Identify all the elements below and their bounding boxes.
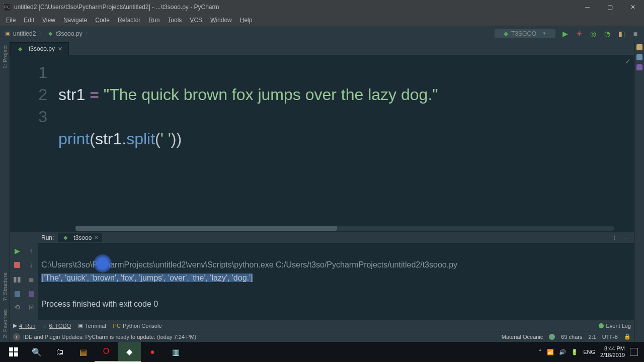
run-hide-icon[interactable]: —	[619, 234, 631, 241]
menu-code[interactable]: Code	[91, 16, 114, 25]
code-editor[interactable]: 123 str1 = "The quick brown fox jumps ov…	[10, 55, 634, 232]
status-encoding[interactable]: UTF-8	[602, 334, 618, 340]
code-area[interactable]: str1 = "The quick brown fox jumps over t…	[55, 55, 634, 232]
run-tool-tab[interactable]: ▶ 4: Run	[13, 322, 35, 329]
menu-view[interactable]: View	[38, 16, 59, 25]
status-chars: 69 chars	[561, 334, 582, 340]
theme-indicator-icon	[549, 334, 555, 340]
notes-icon[interactable]: ▥	[164, 342, 187, 362]
recorder-icon[interactable]: ●	[141, 342, 164, 362]
status-theme[interactable]: Material Oceanic	[502, 334, 543, 340]
search-button[interactable]: 🔍	[25, 342, 48, 362]
windows-taskbar: 🔍 🗂 ▤ O ◆ ● ▥ ˄ 📶 🔊 🔋 ENG 8:44 PM 2/18/2…	[0, 342, 644, 362]
opera-icon[interactable]: O	[95, 342, 118, 362]
volume-icon[interactable]: 🔊	[559, 349, 566, 355]
menu-help[interactable]: Help	[236, 16, 257, 25]
print-button[interactable]: ▦	[27, 289, 36, 298]
status-caret-pos[interactable]: 2:1	[589, 334, 596, 340]
breadcrumb-project[interactable]: ▣ untitled2	[4, 30, 36, 37]
run-tab-label: t3sooo	[73, 234, 92, 241]
menu-refactor[interactable]: Refactor	[114, 16, 144, 25]
attach-button[interactable]: ◧	[617, 29, 626, 38]
pin-button[interactable]: ⟲	[13, 303, 22, 312]
debug-button[interactable]: ☀	[575, 29, 584, 38]
menu-navigate[interactable]: Navigate	[59, 16, 91, 25]
python-console-tool-tab[interactable]: PC Python Console	[113, 323, 162, 329]
tray-chevron-icon[interactable]: ˄	[539, 349, 542, 355]
menu-edit[interactable]: Edit	[20, 16, 38, 25]
language-indicator[interactable]: ENG	[583, 349, 595, 355]
left-tool-stripe: 1: Project 7: Structure 2: Favorites	[0, 41, 10, 342]
sublime-icon[interactable]: ▤	[71, 342, 95, 362]
stop-process-button[interactable]	[13, 260, 22, 269]
chevron-down-icon: ▼	[542, 31, 546, 36]
menu-file[interactable]: File	[2, 16, 20, 25]
scratch-tool-icon[interactable]	[636, 44, 642, 50]
horizontal-scrollbar[interactable]	[75, 226, 614, 231]
database-tool-icon[interactable]	[636, 54, 642, 60]
action-center-icon[interactable]	[630, 348, 638, 356]
svg-rect-2	[9, 352, 13, 356]
status-info-icon[interactable]: i	[13, 333, 20, 340]
console-output[interactable]: C:\Users\t3so\PycharmProjects\untitled2\…	[38, 243, 634, 320]
soft-wrap-button[interactable]: ≣	[27, 275, 36, 284]
window-titlebar: PC untitled2 [C:\Users\t3so\PycharmProje…	[0, 0, 644, 14]
todo-tool-tab[interactable]: ≣ 6: TODO	[42, 322, 71, 329]
run-button[interactable]: ▶	[560, 29, 570, 38]
maximize-button[interactable]: ▢	[599, 0, 621, 14]
layout-button[interactable]: ▤	[13, 289, 22, 298]
run-tool-window: ▶ ▮▮ ▤ ⟲ ↑ ↓ ≣ ▦ ⎘ Run: ◆	[10, 232, 634, 320]
menu-run[interactable]: Run	[144, 16, 164, 25]
up-button[interactable]: ↑	[27, 246, 36, 255]
run-config-selector[interactable]: ◆ T3SOOO ▼	[495, 29, 555, 38]
clear-button[interactable]: ⎘	[27, 303, 36, 312]
menu-vcs[interactable]: VCS	[186, 16, 206, 25]
python-file-icon: ◆	[62, 234, 69, 241]
window-title: untitled2 [C:\Users\t3so\PycharmProjects…	[14, 4, 576, 11]
inspections-ok-icon[interactable]: ✓	[625, 57, 631, 65]
svg-rect-0	[9, 347, 13, 351]
file-explorer-button[interactable]: 🗂	[48, 342, 71, 362]
minimize-button[interactable]: ─	[576, 0, 599, 14]
stop-button[interactable]: ■	[631, 29, 640, 38]
sciview-tool-icon[interactable]	[636, 64, 642, 70]
folder-icon: ▣	[4, 30, 11, 37]
python-config-icon: ◆	[504, 30, 508, 37]
editor-tab-t3sooo[interactable]: ◆ t3sooo.py ✕	[10, 42, 69, 55]
pause-button[interactable]: ▮▮	[13, 275, 22, 284]
coverage-button[interactable]: ◎	[589, 29, 598, 38]
profile-button[interactable]: ◔	[603, 29, 612, 38]
rerun-button[interactable]: ▶	[13, 246, 22, 255]
svg-rect-1	[14, 347, 18, 351]
readonly-lock-icon[interactable]: 🔒	[624, 333, 631, 340]
app-icon: PC	[3, 3, 11, 11]
network-icon[interactable]: 📶	[547, 349, 554, 355]
event-log-tab[interactable]: Event Log	[599, 323, 631, 329]
terminal-tool-tab[interactable]: ▣ Terminal	[78, 322, 106, 329]
system-tray[interactable]: ˄ 📶 🔊 🔋 ENG 8:44 PM 2/18/2019	[539, 345, 642, 358]
battery-icon[interactable]: 🔋	[571, 349, 578, 355]
status-message[interactable]: IDE and Plugin Updates: PyCharm is ready…	[23, 334, 196, 340]
clock[interactable]: 8:44 PM 2/18/2019	[600, 345, 625, 358]
run-label: Run:	[41, 234, 54, 241]
status-bar: i IDE and Plugin Updates: PyCharm is rea…	[10, 331, 634, 342]
bottom-tool-stripe: ▶ 4: Run ≣ 6: TODO ▣ Terminal PC Python …	[10, 320, 634, 331]
editor-tabs: ◆ t3sooo.py ✕	[10, 41, 634, 55]
run-tab-t3sooo[interactable]: ◆ t3sooo ✕	[58, 233, 102, 242]
close-tab-icon[interactable]: ✕	[58, 46, 62, 52]
pycharm-taskbar-icon[interactable]: ◆	[118, 342, 141, 362]
close-button[interactable]: ✕	[621, 0, 644, 14]
python-file-icon: ◆	[47, 30, 54, 37]
editor-tab-label: t3sooo.py	[29, 45, 55, 52]
python-file-icon: ◆	[17, 45, 24, 52]
start-button[interactable]	[2, 342, 25, 362]
structure-tool-tab[interactable]: 7: Structure	[1, 268, 9, 305]
breadcrumb-file[interactable]: ◆ t3sooo.py	[47, 30, 82, 37]
run-more-icon[interactable]: ⁝	[610, 234, 619, 242]
favorites-tool-tab[interactable]: 2: Favorites	[1, 305, 9, 342]
close-tab-icon[interactable]: ✕	[94, 235, 98, 240]
project-tool-tab[interactable]: 1: Project	[1, 41, 9, 72]
down-button[interactable]: ↓	[27, 260, 36, 269]
menu-window[interactable]: Window	[206, 16, 236, 25]
menu-tools[interactable]: Tools	[164, 16, 186, 25]
